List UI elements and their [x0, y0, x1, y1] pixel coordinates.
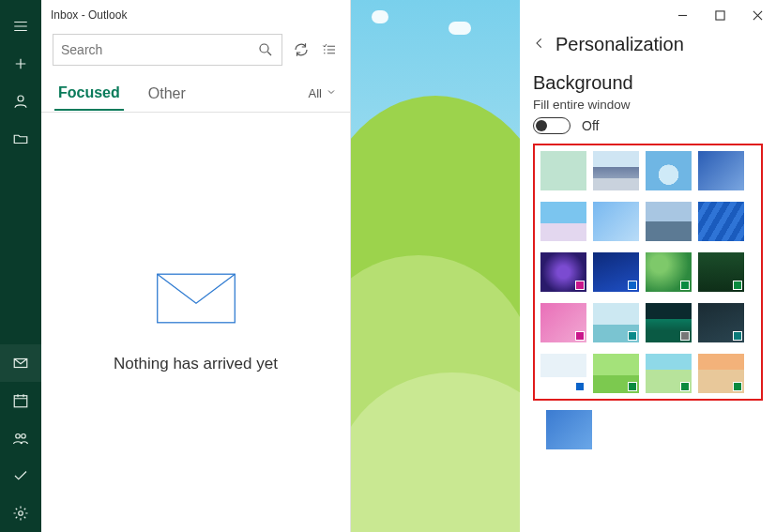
svg-point-0	[18, 96, 23, 101]
svg-rect-8	[715, 10, 723, 19]
background-thumbnails-highlight	[533, 144, 763, 401]
bg-thumb-5[interactable]	[540, 202, 586, 241]
bg-thumb-20[interactable]	[698, 354, 744, 393]
bg-thumb-14[interactable]	[593, 303, 639, 342]
menu-button[interactable]	[0, 8, 41, 45]
new-mail-button[interactable]	[0, 45, 41, 83]
window-controls	[520, 0, 776, 30]
bg-thumb-10[interactable]	[593, 252, 639, 292]
fill-window-toggle[interactable]	[533, 117, 571, 134]
search-input[interactable]	[61, 42, 257, 57]
inbox-pane: Inbox - Outlook Focused Other All	[41, 0, 351, 532]
account-button[interactable]	[0, 83, 41, 120]
bg-thumb-17[interactable]	[540, 354, 586, 393]
bg-thumb-extra[interactable]	[546, 410, 592, 449]
mail-nav-button[interactable]	[0, 344, 41, 382]
nav-rail	[0, 0, 41, 532]
tab-focused[interactable]: Focused	[54, 77, 124, 111]
bg-thumb-12[interactable]	[698, 252, 744, 292]
svg-rect-2	[14, 396, 27, 407]
people-nav-button[interactable]	[0, 419, 41, 457]
wallpaper-area	[351, 0, 520, 532]
background-thumbnail-grid	[540, 151, 755, 393]
svg-point-3	[16, 434, 21, 439]
filter-label: All	[309, 86, 322, 100]
toolbar	[41, 30, 350, 75]
personalization-panel: Personalization Background Fill entire w…	[520, 0, 776, 532]
bg-thumb-9[interactable]	[540, 252, 586, 292]
bg-thumb-8[interactable]	[698, 202, 744, 241]
back-button[interactable]	[533, 37, 546, 53]
bg-thumb-11[interactable]	[646, 252, 692, 292]
minimize-button[interactable]	[663, 2, 701, 28]
empty-message: Nothing has arrived yet	[114, 355, 278, 373]
maximize-button[interactable]	[701, 2, 738, 28]
svg-point-5	[19, 511, 23, 516]
folder-button[interactable]	[0, 120, 41, 158]
bg-thumb-3[interactable]	[646, 151, 692, 190]
search-icon[interactable]	[257, 41, 274, 58]
bg-thumb-15[interactable]	[646, 303, 692, 342]
bg-thumb-19[interactable]	[646, 354, 692, 393]
envelope-icon	[156, 272, 236, 328]
close-button[interactable]	[738, 2, 776, 28]
bg-thumb-18[interactable]	[593, 354, 639, 393]
empty-state: Nothing has arrived yet	[41, 113, 350, 532]
window-title: Inbox - Outlook	[41, 0, 350, 30]
chevron-down-icon	[326, 86, 337, 100]
search-box[interactable]	[53, 34, 282, 66]
todo-nav-button[interactable]	[0, 457, 41, 494]
svg-point-6	[260, 44, 268, 53]
bg-thumb-16[interactable]	[698, 303, 744, 342]
fill-window-label: Fill entire window	[533, 98, 763, 112]
refresh-button[interactable]	[292, 40, 311, 59]
filter-dropdown[interactable]: All	[309, 86, 337, 100]
app-root: Inbox - Outlook Focused Other All	[0, 0, 776, 532]
svg-point-4	[22, 434, 26, 439]
bg-thumb-1[interactable]	[540, 151, 586, 190]
section-title: Background	[533, 72, 763, 94]
toggle-state-label: Off	[582, 118, 599, 133]
bg-thumb-2[interactable]	[593, 151, 639, 190]
bg-thumb-13[interactable]	[540, 303, 586, 342]
bg-thumb-4[interactable]	[698, 151, 744, 190]
bg-thumb-6[interactable]	[593, 202, 639, 241]
tab-other[interactable]: Other	[145, 78, 190, 110]
tab-row: Focused Other All	[41, 75, 350, 113]
settings-nav-button[interactable]	[0, 494, 41, 532]
panel-title: Personalization	[555, 34, 684, 55]
calendar-nav-button[interactable]	[0, 382, 41, 419]
select-mode-button[interactable]	[320, 40, 339, 59]
bg-thumb-7[interactable]	[646, 202, 692, 241]
svg-rect-7	[157, 274, 235, 323]
